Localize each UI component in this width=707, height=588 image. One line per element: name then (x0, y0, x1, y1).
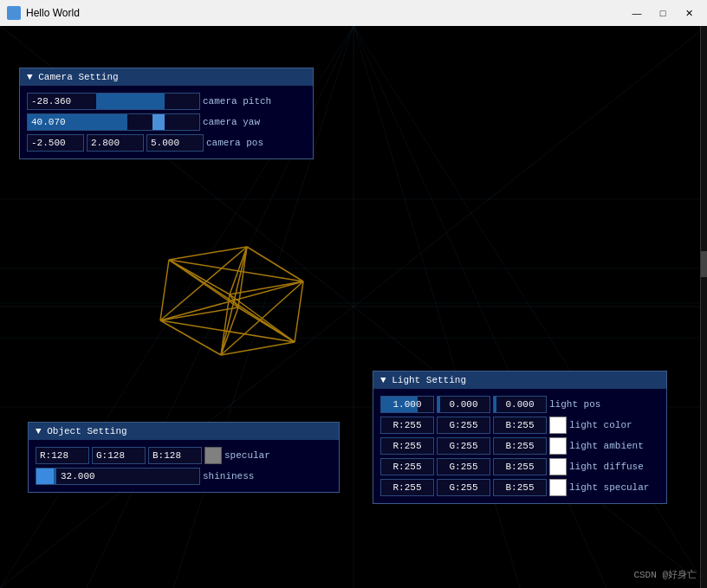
camera-pitch-value: -28.360 (31, 96, 71, 107)
light-diffuse-b-value: B:255 (497, 462, 542, 472)
light-ambient-label: light ambient (569, 441, 644, 451)
scrollbar-vertical[interactable] (700, 26, 707, 588)
camera-pos-label: camera pos (206, 138, 263, 148)
svg-line-34 (160, 247, 247, 320)
svg-line-12 (354, 26, 707, 307)
svg-line-32 (221, 307, 238, 355)
camera-panel-title: ▼ Camera Setting (27, 72, 119, 82)
specular-label: specular (224, 450, 270, 461)
camera-yaw-row[interactable]: 40.070 camera yaw (27, 113, 306, 131)
light-diffuse-label: light diffuse (569, 462, 644, 472)
specular-r-field[interactable]: R:128 (36, 447, 89, 464)
light-ambient-g-field[interactable]: G:255 (437, 437, 490, 455)
light-specular-b-field[interactable]: B:255 (493, 479, 547, 496)
light-pos-row[interactable]: 1.000 0.000 0.000 light pos (380, 396, 659, 413)
app-icon (7, 6, 21, 20)
light-specular-label: light specular (569, 482, 649, 493)
object-panel-header: ▼ Object Setting (29, 423, 339, 440)
camera-panel-header: ▼ Camera Setting (20, 68, 313, 86)
light-diffuse-b-field[interactable]: B:255 (493, 458, 547, 475)
specular-color-swatch[interactable] (204, 447, 222, 464)
light-ambient-row[interactable]: R:255 G:255 B:255 light ambient (380, 437, 659, 455)
camera-pos-y-field[interactable]: 2.800 (87, 134, 144, 152)
light-diffuse-g-field[interactable]: G:255 (437, 458, 490, 475)
specular-row[interactable]: R:128 G:128 B:128 specular (36, 447, 332, 464)
specular-b-field[interactable]: B:128 (148, 447, 202, 464)
scrollbar-thumb[interactable] (701, 251, 707, 277)
light-pos-z-field[interactable]: 0.000 (493, 396, 547, 413)
object-panel-title: ▼ Object Setting (36, 426, 127, 436)
light-color-row[interactable]: R:255 G:255 B:255 light color (380, 417, 659, 434)
camera-pos-x-value: -2.500 (31, 138, 66, 148)
viewport: ▼ Camera Setting -28.360 camera pitch 40… (0, 26, 707, 588)
camera-yaw-field[interactable]: 40.070 (27, 113, 200, 131)
svg-line-18 (247, 247, 303, 281)
svg-line-21 (160, 307, 238, 320)
svg-line-20 (169, 260, 230, 294)
light-color-r-value: R:255 (385, 420, 430, 430)
window-title: Hello World (26, 7, 620, 19)
camera-pitch-field[interactable]: -28.360 (27, 93, 200, 110)
light-setting-panel: ▼ Light Setting 1.000 0.000 0.000 light … (373, 371, 667, 504)
svg-line-17 (169, 247, 247, 260)
camera-panel-body: -28.360 camera pitch 40.070 camera yaw -… (20, 86, 313, 158)
camera-pos-row[interactable]: -2.500 2.800 5.000 camera pos (27, 134, 306, 152)
light-pos-x-value: 1.000 (385, 399, 430, 410)
light-diffuse-r-field[interactable]: R:255 (380, 458, 434, 475)
title-bar: Hello World — □ ✕ (0, 0, 707, 26)
svg-line-38 (221, 247, 247, 355)
camera-pos-y-value: 2.800 (91, 138, 120, 148)
light-color-swatch[interactable] (549, 417, 567, 434)
svg-line-39 (160, 281, 303, 320)
camera-pos-x-field[interactable]: -2.500 (27, 134, 84, 152)
light-pos-y-value: 0.000 (441, 399, 486, 410)
shininess-field[interactable]: 32.000 (36, 468, 200, 485)
svg-line-25 (160, 260, 169, 320)
light-color-g-field[interactable]: G:255 (437, 417, 490, 434)
light-ambient-r-value: R:255 (385, 441, 430, 451)
camera-pos-z-value: 5.000 (151, 138, 179, 148)
light-pos-x-field[interactable]: 1.000 (380, 396, 434, 413)
object-setting-panel: ▼ Object Setting R:128 G:128 B:128 specu… (28, 422, 340, 493)
light-color-g-value: G:255 (441, 420, 486, 430)
light-specular-swatch[interactable] (549, 479, 567, 496)
maximize-button[interactable]: □ (652, 4, 674, 22)
svg-line-28 (221, 294, 230, 355)
svg-line-36 (221, 281, 303, 355)
light-pos-label: light pos (549, 399, 600, 410)
shininess-row[interactable]: 32.000 shininess (36, 468, 332, 485)
svg-line-19 (230, 281, 303, 294)
close-button[interactable]: ✕ (678, 4, 700, 22)
svg-line-23 (221, 342, 295, 355)
camera-pos-z-field[interactable]: 5.000 (146, 134, 204, 152)
watermark: CSDN @好身亡 (633, 568, 697, 581)
light-ambient-swatch[interactable] (549, 437, 567, 455)
light-panel-title: ▼ Light Setting (380, 375, 466, 385)
minimize-button[interactable]: — (626, 4, 648, 22)
light-specular-r-value: R:255 (385, 482, 430, 493)
svg-line-37 (169, 260, 295, 342)
camera-yaw-value: 40.070 (31, 117, 66, 127)
svg-line-40 (230, 294, 238, 307)
specular-g-value: G:128 (96, 450, 125, 461)
light-ambient-b-field[interactable]: B:255 (493, 437, 547, 455)
shininess-value: 32.000 (61, 471, 95, 481)
light-specular-r-field[interactable]: R:255 (380, 479, 434, 496)
specular-g-field[interactable]: G:128 (92, 447, 146, 464)
svg-line-30 (230, 247, 247, 294)
light-diffuse-row[interactable]: R:255 G:255 B:255 light diffuse (380, 458, 659, 475)
light-color-r-field[interactable]: R:255 (380, 417, 434, 434)
light-pos-y-field[interactable]: 0.000 (437, 396, 490, 413)
light-specular-row[interactable]: R:255 G:255 B:255 light specular (380, 479, 659, 496)
light-diffuse-swatch[interactable] (549, 458, 567, 475)
camera-yaw-label: camera yaw (203, 117, 260, 127)
light-ambient-r-field[interactable]: R:255 (380, 437, 434, 455)
light-ambient-b-value: B:255 (497, 441, 542, 451)
light-panel-header: ▼ Light Setting (373, 372, 666, 389)
light-color-label: light color (569, 420, 632, 430)
specular-b-value: B:128 (152, 450, 181, 461)
light-ambient-g-value: G:255 (441, 441, 486, 451)
light-color-b-field[interactable]: B:255 (493, 417, 547, 434)
light-specular-g-field[interactable]: G:255 (437, 479, 490, 496)
camera-pitch-row[interactable]: -28.360 camera pitch (27, 93, 306, 110)
